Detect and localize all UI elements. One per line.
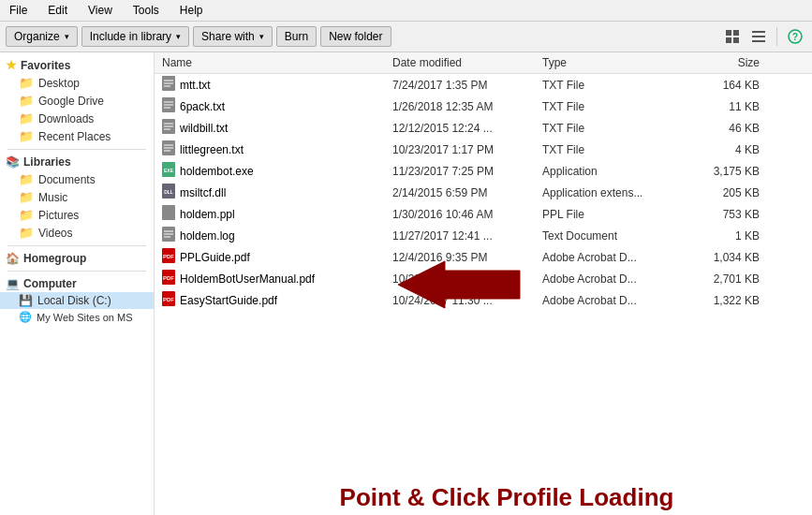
file-size: 1,322 KB <box>688 293 763 308</box>
sidebar-sep-1 <box>7 149 146 150</box>
menu-file[interactable]: File <box>4 2 33 19</box>
file-date: 10/23/2017 1:17 PM <box>389 142 539 157</box>
toolbar: Organize ▾ Include in library ▾ Share wi… <box>0 22 812 52</box>
table-row[interactable]: holdem.log 11/27/2017 12:41 ... Text Doc… <box>155 225 812 246</box>
col-header-date[interactable]: Date modified <box>389 54 539 71</box>
table-row[interactable]: EXE holdembot.exe 11/23/2017 7:25 PM App… <box>155 160 812 182</box>
col-header-type[interactable]: Type <box>539 54 688 71</box>
sidebar-item-google-drive[interactable]: 📁 Google Drive <box>0 92 154 110</box>
svg-rect-2 <box>726 37 731 43</box>
file-date: 12/4/2016 9:35 PM <box>389 250 539 265</box>
downloads-folder-icon: 📁 <box>19 111 34 125</box>
table-row[interactable]: PDF PPLGuide.pdf 12/4/2016 9:35 PM Adobe… <box>155 246 812 268</box>
sidebar-item-web-sites[interactable]: 🌐 My Web Sites on MS <box>0 309 154 325</box>
svg-rect-0 <box>726 30 731 36</box>
sidebar-item-music[interactable]: 📁 Music <box>0 188 154 206</box>
organize-button[interactable]: Organize ▾ <box>6 26 78 47</box>
svg-text:?: ? <box>792 32 798 42</box>
recent-places-label: Recent Places <box>38 130 111 143</box>
google-drive-label: Google Drive <box>38 95 104 108</box>
svg-text:EXE: EXE <box>164 168 174 173</box>
sidebar-item-videos[interactable]: 📁 Videos <box>0 224 154 242</box>
table-row[interactable]: holdem.ppl 1/30/2016 10:46 AM PPL File 7… <box>155 203 812 225</box>
homegroup-section: 🏠 Homegroup <box>0 250 154 267</box>
table-row[interactable]: PDF EasyStartGuide.pdf 10/24/2017 11:30 … <box>155 289 812 311</box>
recent-places-icon: 📁 <box>19 129 34 143</box>
table-row[interactable]: DLL msiltcf.dll 2/14/2015 6:59 PM Applic… <box>155 182 812 203</box>
burn-button[interactable]: Burn <box>276 26 317 47</box>
favorites-section: ★ Favorites 📁 Desktop 📁 Google Drive 📁 D… <box>0 56 154 145</box>
menu-help[interactable]: Help <box>174 2 209 19</box>
sidebar-item-documents[interactable]: 📁 Documents <box>0 170 154 188</box>
file-size: 753 KB <box>688 207 763 222</box>
menu-edit[interactable]: Edit <box>42 2 73 19</box>
col-header-size[interactable]: Size <box>688 54 763 71</box>
downloads-label: Downloads <box>38 112 94 125</box>
file-size: 3,175 KB <box>688 164 763 179</box>
svg-text:DLL: DLL <box>164 189 173 195</box>
table-row[interactable]: 6pack.txt 1/26/2018 12:35 AM TXT File 11… <box>155 96 812 117</box>
pictures-label: Pictures <box>38 209 79 222</box>
pictures-icon: 📁 <box>19 208 34 222</box>
share-with-button[interactable]: Share with ▾ <box>193 26 273 47</box>
computer-icon: 💻 <box>6 277 20 290</box>
share-with-label: Share with <box>201 30 255 43</box>
favorites-header: ★ Favorites <box>0 56 154 74</box>
local-disk-icon: 💾 <box>19 294 33 307</box>
table-row[interactable]: wildbill.txt 12/12/2015 12:24 ... TXT Fi… <box>155 117 812 139</box>
file-list: mtt.txt 7/24/2017 1:35 PM TXT File 164 K… <box>155 74 812 515</box>
web-sites-icon: 🌐 <box>19 311 32 323</box>
file-icon: PDF <box>162 291 175 309</box>
desktop-label: Desktop <box>38 77 80 90</box>
svg-text:PDF: PDF <box>163 254 174 259</box>
sidebar-sep-2 <box>7 245 146 246</box>
sidebar-item-desktop[interactable]: 📁 Desktop <box>0 74 154 92</box>
videos-icon: 📁 <box>19 226 34 240</box>
table-row[interactable]: mtt.txt 7/24/2017 1:35 PM TXT File 164 K… <box>155 74 812 96</box>
homegroup-icon: 🏠 <box>6 252 20 265</box>
file-icon <box>162 140 175 158</box>
local-disk-label: Local Disk (C:) <box>37 294 111 307</box>
svg-rect-4 <box>752 31 765 33</box>
table-row[interactable]: PDF HoldemBotUserManual.pdf 10/30/2017 1… <box>155 268 812 289</box>
view-toggle-button[interactable] <box>721 25 744 48</box>
file-size: 4 KB <box>688 142 763 157</box>
svg-rect-1 <box>733 30 739 36</box>
menu-view[interactable]: View <box>82 2 118 19</box>
file-name: 6pack.txt <box>155 96 389 116</box>
sidebar-item-recent-places[interactable]: 📁 Recent Places <box>0 127 154 145</box>
file-icon: PDF <box>162 248 175 266</box>
view-details-button[interactable] <box>747 25 770 48</box>
sidebar-item-downloads[interactable]: 📁 Downloads <box>0 110 154 127</box>
table-row[interactable]: littlegreen.txt 10/23/2017 1:17 PM TXT F… <box>155 139 812 160</box>
include-library-button[interactable]: Include in library ▾ <box>81 26 189 47</box>
libraries-header: 📚 Libraries <box>0 154 154 170</box>
file-type: Adobe Acrobat D... <box>539 272 688 287</box>
file-name: EXE holdembot.exe <box>155 161 389 181</box>
file-size: 2,701 KB <box>688 272 763 287</box>
svg-rect-3 <box>733 37 739 43</box>
new-folder-button[interactable]: New folder <box>320 26 391 47</box>
file-date: 11/27/2017 12:41 ... <box>389 228 539 243</box>
col-header-name[interactable]: Name <box>155 54 389 71</box>
google-drive-icon: 📁 <box>19 94 34 108</box>
file-date: 10/24/2017 11:30 ... <box>389 293 539 308</box>
svg-text:PDF: PDF <box>163 297 174 302</box>
favorites-star-icon: ★ <box>6 58 17 72</box>
file-icon: PDF <box>162 270 175 287</box>
favorites-label: Favorites <box>21 59 70 72</box>
file-type: Adobe Acrobat D... <box>539 250 688 265</box>
help-button[interactable]: ? <box>784 25 806 48</box>
sidebar-item-local-disk[interactable]: 💾 Local Disk (C:) <box>0 292 154 309</box>
sidebar-item-pictures[interactable]: 📁 Pictures <box>0 206 154 224</box>
svg-text:PDF: PDF <box>163 275 174 281</box>
file-name: mtt.txt <box>155 75 389 95</box>
music-label: Music <box>38 191 67 204</box>
column-headers: Name Date modified Type Size <box>155 52 812 74</box>
share-with-dropdown-icon: ▾ <box>259 32 264 41</box>
file-name: PDF HoldemBotUserManual.pdf <box>155 269 389 288</box>
include-library-dropdown-icon: ▾ <box>176 32 181 41</box>
file-date: 10/30/2017 1:33 PM <box>389 272 539 287</box>
file-type: TXT File <box>539 78 688 93</box>
menu-tools[interactable]: Tools <box>127 2 165 19</box>
